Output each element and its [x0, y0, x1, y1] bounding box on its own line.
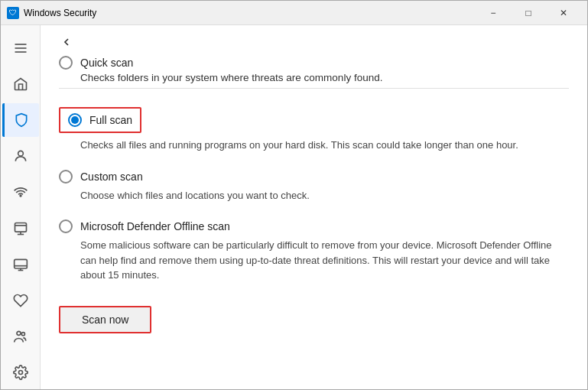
svg-point-14 [21, 333, 24, 336]
app-icon: 🛡 [7, 7, 19, 19]
quick-scan-desc: Checks folders in your system where thre… [59, 72, 569, 89]
close-button[interactable]: ✕ [546, 1, 581, 25]
content-area: Quick scan Checks folders in your system… [41, 25, 587, 389]
sidebar-item-shield[interactable] [2, 103, 39, 136]
maximize-button[interactable]: □ [511, 1, 546, 25]
sidebar-item-home[interactable] [2, 67, 39, 100]
offline-scan-label: Microsoft Defender Offline scan [80, 220, 230, 232]
sidebar-item-family[interactable] [2, 320, 39, 353]
svg-point-13 [17, 332, 21, 336]
custom-scan-label: Custom scan [80, 171, 143, 183]
full-scan-label: Full scan [89, 114, 132, 126]
custom-scan-desc: Choose which files and locations you wan… [59, 188, 569, 203]
window-title: Windows Security [24, 8, 476, 18]
custom-scan-radio[interactable] [59, 170, 73, 184]
sidebar-item-network[interactable] [2, 176, 39, 209]
offline-scan-desc: Some malicious software can be particula… [59, 238, 569, 283]
svg-rect-9 [14, 259, 27, 268]
full-scan-radio-inner [71, 116, 79, 124]
svg-rect-5 [15, 223, 26, 232]
quick-scan-radio[interactable] [59, 56, 73, 70]
svg-point-15 [18, 371, 22, 375]
window-controls: − □ ✕ [476, 1, 581, 25]
sidebar-item-health[interactable] [2, 284, 39, 317]
main-area: Quick scan Checks folders in your system… [1, 25, 587, 389]
svg-point-4 [20, 196, 21, 197]
titlebar: 🛡 Windows Security − □ ✕ [1, 1, 587, 25]
quick-scan-option: Quick scan Checks folders in your system… [59, 56, 569, 98]
offline-scan-radio[interactable] [59, 219, 73, 233]
sidebar-item-person[interactable] [2, 140, 39, 173]
back-button[interactable] [56, 31, 77, 53]
offline-scan-option: Microsoft Defender Offline scan Some mal… [59, 219, 569, 291]
sidebar-item-menu[interactable] [2, 31, 39, 64]
sidebar [1, 25, 41, 389]
minimize-button[interactable]: − [476, 1, 511, 25]
quick-scan-label: Quick scan [80, 57, 133, 69]
nav-row [56, 25, 569, 56]
full-scan-selected-box: Full scan [59, 107, 141, 133]
full-scan-option: Full scan Checks all files and running p… [59, 107, 569, 161]
svg-point-3 [18, 151, 23, 157]
window: 🛡 Windows Security − □ ✕ [0, 0, 588, 390]
sidebar-item-settings[interactable] [2, 356, 39, 389]
full-scan-desc: Checks all files and running programs on… [59, 138, 569, 153]
scan-now-button[interactable]: Scan now [59, 306, 151, 333]
sidebar-item-app[interactable] [2, 212, 39, 245]
sidebar-item-device[interactable] [2, 248, 39, 281]
scan-options-list: Quick scan Checks folders in your system… [59, 56, 569, 374]
custom-scan-option: Custom scan Choose which files and locat… [59, 170, 569, 211]
full-scan-radio[interactable] [68, 113, 82, 127]
